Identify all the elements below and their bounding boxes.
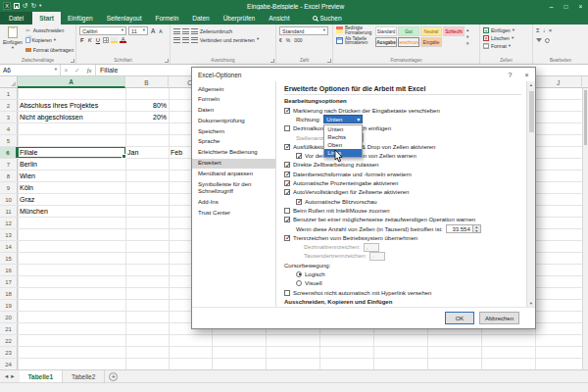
row-header[interactable]: 17 [0, 276, 18, 287]
radio-button[interactable] [296, 280, 302, 286]
copy-button[interactable]: Kopieren▾ [25, 36, 74, 44]
options-nav-item[interactable]: Allgemein [192, 84, 275, 95]
cell-style-swatch[interactable]: Ausgabe [375, 37, 397, 47]
borders-icon[interactable] [103, 37, 109, 43]
checkbox[interactable] [284, 217, 290, 222]
insert-cells-button[interactable]: Einfügen▾ [483, 26, 529, 34]
options-nav-item[interactable]: Erweitert [192, 159, 275, 170]
delete-cells-button[interactable]: Löschen▾ [483, 34, 529, 42]
options-nav-item[interactable]: Daten [192, 106, 275, 117]
option-system-separators[interactable]: Trennzeichen vom Betriebssystem übernehm… [284, 233, 521, 242]
ribbon-tab[interactable]: Daten [185, 12, 216, 24]
enter-entry-icon[interactable]: ✓ [74, 67, 79, 74]
percent-icon[interactable]: % [286, 37, 290, 43]
option-flash-fill[interactable]: Automatische Blitzvorschau [284, 197, 521, 206]
maximize-button[interactable]: □ [559, 0, 573, 12]
row-header[interactable]: 20 [0, 312, 18, 322]
row-header[interactable]: 9 [0, 182, 18, 193]
threshold-value[interactable]: 33.554 [446, 224, 473, 233]
row-header[interactable]: 4 [0, 123, 18, 134]
options-nav-item[interactable]: Dokumentprüfung [192, 116, 275, 126]
sheet-cell[interactable]: Nicht abgeschlossen [18, 112, 125, 122]
ribbon-tab[interactable]: Start [32, 12, 61, 24]
options-nav-item[interactable]: Add-Ins [192, 198, 275, 209]
dialog-launcher-icon[interactable] [165, 59, 169, 63]
add-sheet-button[interactable]: + [109, 372, 118, 381]
option-long-op-warn[interactable]: Benutzer bei einer möglicherweise zeitau… [284, 216, 521, 224]
row-header[interactable]: 7 [0, 159, 18, 170]
thousand-separator-input[interactable]: . [369, 252, 385, 261]
format-painter-button[interactable]: Format übertragen [25, 46, 74, 54]
dialog-launcher-icon[interactable] [270, 59, 274, 63]
row-header[interactable]: 22 [0, 335, 18, 346]
paste-button[interactable]: Einfügen ▾ [3, 26, 23, 54]
sheet-cell[interactable]: 20% [125, 112, 169, 122]
close-button[interactable]: × [573, 0, 588, 12]
checkbox[interactable] [284, 180, 290, 186]
row-header[interactable]: 3 [0, 112, 18, 122]
format-as-table-button[interactable]: Als Tabelle formatieren [336, 37, 373, 47]
sheet-tab[interactable]: Tabelle1 [20, 370, 64, 382]
ribbon-tab[interactable]: Seitenlayout [100, 12, 149, 24]
help-icon[interactable]: ? [502, 68, 518, 81]
sort-filter-icon[interactable] [536, 38, 542, 42]
sheet-tab[interactable]: Tabelle2 [63, 370, 105, 382]
redo-icon[interactable]: ↻ [30, 3, 35, 10]
merge-center-button[interactable]: Verbinden und zentrieren [200, 37, 255, 43]
options-nav-item[interactable]: Sprache [192, 137, 275, 148]
save-icon[interactable] [14, 3, 20, 9]
dialog-launcher-icon[interactable] [327, 59, 331, 63]
bold-button[interactable]: F [79, 37, 85, 43]
qat-customize-icon[interactable]: ▾ [39, 4, 41, 9]
checkbox[interactable] [284, 208, 290, 214]
option-direct-edit[interactable]: Direkte Zellbearbeitung zulassen [284, 161, 521, 170]
row-header[interactable]: 2 [0, 100, 18, 111]
dialog-scrollbar[interactable]: ▴ ▾ [526, 81, 535, 307]
checkbox[interactable] [284, 108, 290, 114]
row-header[interactable]: 23 [0, 347, 18, 358]
cancel-entry-icon[interactable]: × [65, 67, 69, 74]
options-nav-item[interactable]: Menüband anpassen [192, 169, 275, 179]
undo-icon[interactable]: ↺ [23, 3, 27, 10]
option-enter-move[interactable]: Markierung nach Drücken der Eingabetaste… [284, 106, 521, 115]
cell-style-swatch[interactable]: Gut [398, 26, 419, 36]
cell-style-swatch[interactable]: Schlecht [443, 26, 465, 36]
ribbon-tab[interactable]: Überprüfen [217, 12, 263, 24]
row-header[interactable]: 19 [0, 300, 18, 311]
tell-me-search[interactable]: Suchen [313, 12, 342, 24]
checkbox[interactable] [284, 144, 290, 150]
ribbon-tab[interactable]: Datei [0, 12, 32, 24]
format-cells-button[interactable]: Format▾ [483, 42, 529, 50]
align-middle-icon[interactable] [182, 28, 189, 34]
cell-style-swatch[interactable]: Eingabe [420, 37, 442, 47]
underline-button[interactable]: U [95, 37, 101, 43]
gallery-more-icon[interactable]: ≡ [466, 41, 469, 46]
shrink-font-button[interactable]: A [158, 28, 163, 34]
name-box[interactable]: A6▾ [0, 65, 61, 75]
option-screenshot-link[interactable]: Screenshot nicht automatisch mit Hyperli… [284, 288, 521, 297]
option-overwrite-warn[interactable]: Vor dem Überschreiben von Zellen warnen [284, 151, 521, 160]
font-color-icon[interactable]: A [120, 37, 126, 43]
dialog-title-bar[interactable]: Excel-Optionen ? × [192, 68, 535, 81]
find-select-icon[interactable] [545, 38, 550, 43]
sheet-cell[interactable]: 80% [125, 100, 169, 111]
option-percent-entry[interactable]: Automatische Prozenteingabe aktivieren [284, 178, 521, 187]
dropdown-item[interactable]: Links [324, 149, 362, 157]
option-autocomplete[interactable]: AutoVervollständigen für Zellwerte aktiv… [284, 188, 521, 197]
close-icon[interactable]: × [518, 68, 535, 81]
row-header[interactable]: 10 [0, 194, 18, 205]
font-name-combo[interactable]: Calibri▾ [79, 26, 126, 35]
row-header[interactable]: 13 [0, 229, 18, 240]
options-nav-item[interactable]: Erleichterte Bedienung [192, 148, 275, 159]
minimize-button[interactable]: – [544, 0, 559, 12]
grow-font-button[interactable]: A [150, 27, 156, 34]
ok-button[interactable]: OK [445, 312, 474, 324]
select-all-corner[interactable] [0, 76, 18, 87]
scrollbar-thumb[interactable] [584, 90, 587, 145]
row-header[interactable]: 6 [0, 147, 18, 158]
row-header[interactable]: 18 [0, 288, 18, 299]
scrollbar-thumb[interactable] [529, 91, 534, 132]
row-header[interactable]: 14 [0, 241, 18, 252]
checkbox[interactable] [284, 162, 290, 168]
checkbox[interactable] [284, 125, 290, 131]
